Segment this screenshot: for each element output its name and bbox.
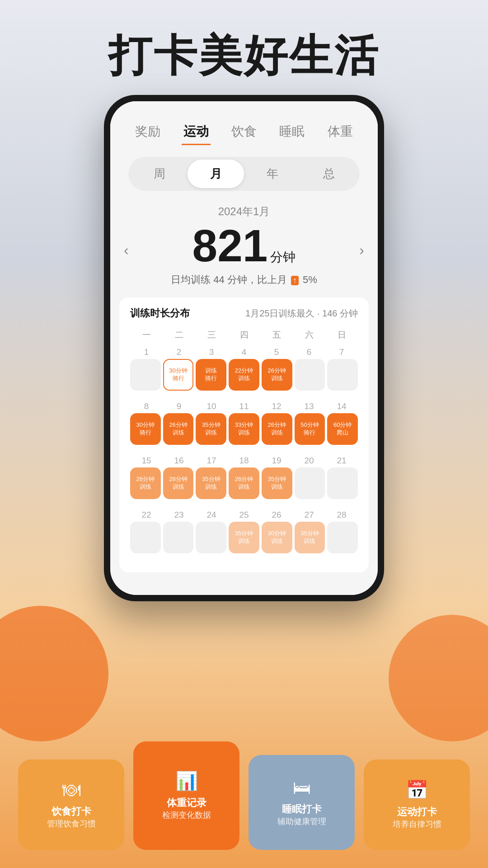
top-tabs: 奖励 运动 饮食 睡眠 体重: [110, 101, 378, 152]
hero-title: 打卡美好生活: [0, 0, 488, 86]
feature-cards: 🍽 饮食打卡 管理饮食习惯 📊 体重记录 检测变化数据 🛏 睡眠打卡 辅助健康管…: [0, 741, 488, 850]
cal-cell-4-6[interactable]: 35分钟训练: [295, 522, 325, 553]
cal-cell-2-5[interactable]: 26分钟训练: [262, 413, 292, 445]
sleep-card-sub: 辅助健康管理: [277, 816, 326, 827]
cal-cell-2-2[interactable]: 26分钟训练: [163, 413, 194, 445]
weight-icon: 📊: [175, 770, 198, 792]
cal-cell-3-1[interactable]: 26分钟训练: [130, 467, 161, 499]
weekday-fri: 五: [260, 327, 293, 343]
weekday-thu: 四: [228, 327, 260, 343]
cal-cell-2-6[interactable]: 50分钟骑行: [295, 413, 325, 445]
cal-cell-1-1[interactable]: [130, 359, 161, 391]
calendar-title: 训练时长分布: [130, 307, 190, 320]
cal-cell-2-3[interactable]: 35分钟训练: [196, 413, 226, 445]
week4-cells: 35分钟训练 30分钟训练 35分钟训练: [130, 522, 358, 553]
period-year[interactable]: 年: [244, 160, 300, 188]
calendar-meta: 1月25日训练最久 · 146 分钟: [245, 307, 358, 320]
decoration-blob-right: [389, 615, 488, 741]
stats-sub: 日均训练 44 分钟，比上月 ↑ 5%: [110, 273, 378, 287]
cal-cell-4-1[interactable]: [130, 522, 161, 553]
sport-card-title: 运动打卡: [397, 805, 437, 819]
prev-arrow[interactable]: ‹: [119, 237, 133, 263]
stats-month: 2024年1月: [110, 204, 378, 219]
up-icon: ↑: [291, 276, 299, 285]
tab-diet[interactable]: 饮食: [230, 119, 258, 145]
week3-dates: 15 16 17 18 19 20 21: [130, 455, 358, 467]
week4-dates: 22 23 24 25 26 27 28: [130, 509, 358, 521]
cal-cell-2-7[interactable]: 60分钟爬山: [327, 413, 358, 445]
stats-number: 821: [192, 221, 268, 270]
phone-inner: 奖励 运动 饮食 睡眠 体重 周 月 年 总 2024年1月: [110, 101, 378, 595]
cal-cell-4-4[interactable]: 35分钟训练: [229, 522, 259, 553]
week2-dates: 8 9 10 11 12 13 14: [130, 401, 358, 412]
cal-cell-4-2[interactable]: [163, 522, 194, 553]
cal-cell-3-6[interactable]: [295, 467, 325, 499]
sport-card-sub: 培养自律习惯: [393, 819, 441, 830]
tab-weight[interactable]: 体重: [326, 119, 355, 145]
phone-outer: 奖励 运动 饮食 睡眠 体重 周 月 年 总 2024年1月: [104, 95, 384, 601]
phone-mockup: 奖励 运动 饮食 睡眠 体重 周 月 年 总 2024年1月: [104, 95, 384, 601]
cal-cell-3-3[interactable]: 35分钟训练: [196, 467, 226, 499]
weekday-wed: 三: [195, 327, 228, 343]
sport-icon: 📅: [406, 779, 428, 801]
cal-cell-3-7[interactable]: [327, 467, 358, 499]
cal-cell-4-7[interactable]: [327, 522, 358, 553]
tab-sleep[interactable]: 睡眠: [277, 119, 306, 145]
cal-cell-1-2[interactable]: 30分钟骑行: [163, 359, 194, 391]
week1-cells: 30分钟骑行 训练骑行 22分钟训练 26分钟训练: [130, 359, 358, 391]
cal-cell-1-6[interactable]: [295, 359, 325, 391]
cal-cell-2-1[interactable]: 30分钟骑行: [130, 413, 161, 445]
weekday-tue: 二: [163, 327, 195, 343]
cal-cell-1-5[interactable]: 26分钟训练: [262, 359, 292, 391]
week2-cells: 30分钟骑行 26分钟训练 35分钟训练 33分钟训练 26分钟训练 50分钟骑…: [130, 413, 358, 445]
feature-card-sport[interactable]: 📅 运动打卡 培养自律习惯: [364, 760, 470, 850]
tab-sport[interactable]: 运动: [182, 119, 211, 145]
weekday-sun: 日: [325, 327, 358, 343]
phone-content: 奖励 运动 饮食 睡眠 体重 周 月 年 总 2024年1月: [110, 101, 378, 595]
cal-cell-1-3[interactable]: 训练骑行: [196, 359, 226, 391]
week3-cells: 26分钟训练 28分钟训练 35分钟训练 26分钟训练 35分钟训练: [130, 467, 358, 499]
period-selector: 周 月 年 总: [128, 157, 360, 191]
cal-cell-3-4[interactable]: 26分钟训练: [229, 467, 259, 499]
cal-cell-1-7[interactable]: [327, 359, 358, 391]
food-icon: 🍽: [62, 780, 80, 800]
period-week[interactable]: 周: [131, 160, 188, 188]
calendar-section: 训练时长分布 1月25日训练最久 · 146 分钟 一 二 三 四 五 六 日: [119, 297, 369, 572]
stats-unit: 分钟: [270, 249, 296, 266]
feature-card-weight[interactable]: 📊 体重记录 检测变化数据: [133, 741, 239, 850]
weekday-mon: 一: [130, 327, 163, 343]
cal-cell-3-2[interactable]: 28分钟训练: [163, 467, 194, 499]
period-total[interactable]: 总: [300, 160, 357, 188]
sleep-card-title: 睡眠打卡: [282, 802, 322, 816]
feature-card-sleep[interactable]: 🛏 睡眠打卡 辅助健康管理: [249, 755, 355, 850]
cal-cell-2-4[interactable]: 33分钟训练: [229, 413, 259, 445]
week1-dates: 1 2 3 4 5 6 7: [130, 346, 358, 358]
cal-cell-4-3[interactable]: [196, 522, 226, 553]
food-card-sub: 管理饮食习惯: [47, 818, 96, 830]
decoration-blob-left: [0, 606, 108, 741]
period-month[interactable]: 月: [188, 160, 244, 188]
cal-cell-4-5[interactable]: 30分钟训练: [262, 522, 292, 553]
weekday-row: 一 二 三 四 五 六 日: [130, 327, 358, 343]
feature-card-food[interactable]: 🍽 饮食打卡 管理饮食习惯: [18, 760, 124, 850]
calendar-header: 训练时长分布 1月25日训练最久 · 146 分钟: [130, 307, 358, 320]
cal-cell-1-4[interactable]: 22分钟训练: [229, 359, 259, 391]
weekday-sat: 六: [293, 327, 325, 343]
tab-reward[interactable]: 奖励: [133, 119, 162, 145]
next-arrow[interactable]: ›: [355, 237, 369, 263]
food-card-title: 饮食打卡: [52, 805, 91, 819]
weight-card-sub: 检测变化数据: [162, 810, 211, 821]
sleep-icon: 🛏: [293, 778, 311, 798]
cal-cell-3-5[interactable]: 35分钟训练: [262, 467, 292, 499]
stats-section: 2024年1月 ‹ 821 分钟 › 日均训练 44 分钟，比上月 ↑ 5%: [110, 195, 378, 291]
weight-card-title: 体重记录: [167, 796, 206, 810]
